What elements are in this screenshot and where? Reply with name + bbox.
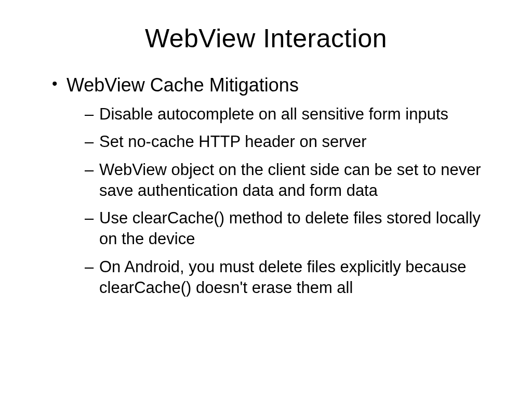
slide-title: WebView Interaction — [39, 23, 493, 54]
list-item: On Android, you must delete files explic… — [85, 257, 493, 298]
bullet-text: WebView Cache Mitigations — [66, 74, 299, 96]
list-item: WebView object on the client side can be… — [85, 159, 493, 201]
list-item: Set no-cache HTTP header on server — [85, 131, 493, 152]
list-item: Use clearCache() method to delete files … — [85, 208, 493, 249]
bullet-list-level2: Disable autocomplete on all sensitive fo… — [66, 104, 493, 298]
bullet-list-level1: WebView Cache Mitigations Disable autoco… — [39, 73, 493, 298]
list-item: Disable autocomplete on all sensitive fo… — [85, 104, 493, 125]
list-item: WebView Cache Mitigations Disable autoco… — [52, 73, 493, 298]
slide-container: WebView Interaction WebView Cache Mitiga… — [0, 0, 532, 399]
